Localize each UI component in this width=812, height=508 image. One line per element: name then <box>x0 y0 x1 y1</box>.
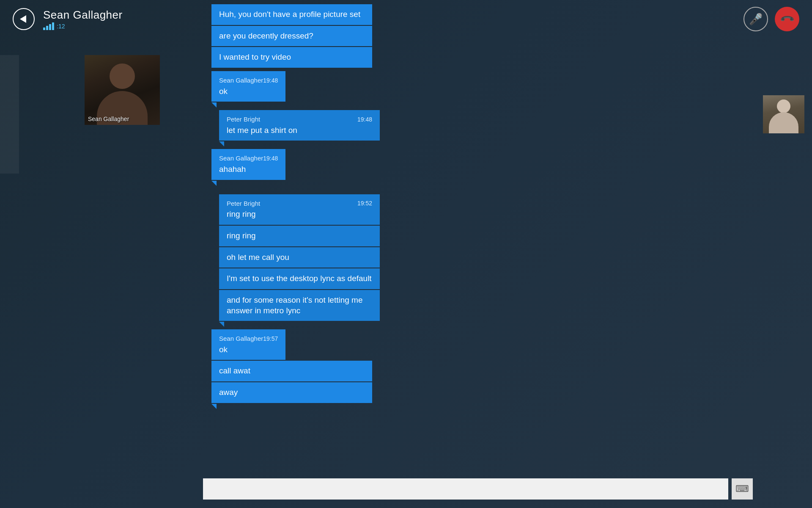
msg-group-sean-1948: Sean Gallagher 19:48 ok <box>211 71 744 108</box>
contact-info: Sean Gallagher :12 <box>43 8 123 30</box>
keyboard-icon: ⌨ <box>735 483 749 494</box>
back-button[interactable] <box>13 8 35 30</box>
list-item: oh let me call you <box>219 247 380 268</box>
local-video-panel: Sean Gallagher <box>85 55 160 125</box>
list-item: Peter Bright 19:48 let me put a shirt on <box>219 110 380 141</box>
message-time: 19:48 <box>263 77 278 84</box>
mute-button[interactable]: 🎤 <box>743 7 768 31</box>
message-connector <box>219 141 224 146</box>
list-item: away <box>211 382 372 403</box>
message-text: ring ring <box>227 231 256 240</box>
message-sender: Peter Bright <box>227 115 260 124</box>
local-video-label: Sean Gallagher <box>88 116 129 122</box>
remote-video-feed <box>763 95 804 133</box>
end-call-button[interactable]: 📞 <box>775 7 799 31</box>
message-connector <box>219 322 224 327</box>
list-item: Sean Gallagher 19:57 ok <box>211 329 285 360</box>
msg-group-peter-1952: Peter Bright 19:52 ring ring ring ring o… <box>211 194 744 327</box>
message-text: ok <box>219 345 278 355</box>
contact-name: Sean Gallagher <box>43 8 123 22</box>
list-item: I wanted to try video <box>211 47 372 68</box>
message-sender: Sean Gallagher <box>219 154 263 163</box>
message-text: ok <box>219 86 278 97</box>
microphone-icon: 🎤 <box>749 13 763 26</box>
message-time: 19:52 <box>357 199 372 207</box>
back-arrow-icon <box>20 15 26 23</box>
message-meta: Sean Gallagher 19:48 <box>219 76 278 85</box>
message-sender: Sean Gallagher <box>219 76 263 85</box>
message-text: ring ring <box>227 209 372 220</box>
keyboard-button[interactable]: ⌨ <box>732 478 753 500</box>
signal-count: :12 <box>57 23 65 30</box>
message-time: 19:48 <box>263 155 278 162</box>
message-sender: Peter Bright <box>227 199 260 208</box>
list-item: Sean Gallagher 19:48 ahahah <box>211 149 285 179</box>
message-connector <box>211 102 217 108</box>
end-call-icon: 📞 <box>779 11 795 27</box>
msg-group-sean-1948b: Sean Gallagher 19:48 ahahah <box>211 149 744 185</box>
spacer <box>211 188 744 194</box>
message-text: I'm set to use the desktop lync as defau… <box>227 274 372 283</box>
left-sidebar-strip <box>0 55 19 174</box>
msg-group-sean-1957: Sean Gallagher 19:57 ok call awat away <box>211 329 744 409</box>
list-item: call awat <box>211 361 372 381</box>
message-time: 19:57 <box>263 335 278 342</box>
message-meta: Sean Gallagher 19:48 <box>219 154 278 163</box>
message-time: 19:48 <box>357 116 372 123</box>
message-text: away <box>219 388 238 397</box>
message-meta: Sean Gallagher 19:57 <box>219 334 278 343</box>
message-connector <box>211 181 217 186</box>
input-area: ⌨ <box>203 478 753 500</box>
message-text: ahahah <box>219 164 278 175</box>
message-connector <box>211 404 217 409</box>
msg-group-peter-1948: Peter Bright 19:48 let me put a shirt on <box>211 110 744 146</box>
message-text: let me put a shirt on <box>227 125 372 136</box>
local-video-feed <box>85 55 160 125</box>
message-text: oh let me call you <box>227 253 289 262</box>
signal-bars-icon <box>43 22 54 30</box>
message-text: I wanted to try video <box>219 52 291 61</box>
remote-video-panel <box>763 95 804 133</box>
signal-row: :12 <box>43 22 123 30</box>
header-right-controls: 🎤 📞 <box>743 7 799 31</box>
message-input[interactable] <box>203 478 728 500</box>
message-sender: Sean Gallagher <box>219 334 263 343</box>
message-meta: Peter Bright 19:52 <box>227 199 372 208</box>
list-item: ring ring <box>219 226 380 246</box>
message-meta: Peter Bright 19:48 <box>227 115 372 124</box>
message-text: call awat <box>219 366 250 375</box>
message-text: and for some reason it's not letting me … <box>227 295 363 315</box>
header: Sean Gallagher :12 🎤 📞 <box>0 0 812 38</box>
list-item: Peter Bright 19:52 ring ring <box>219 194 380 225</box>
list-item: I'm set to use the desktop lync as defau… <box>219 268 380 289</box>
list-item: and for some reason it's not letting me … <box>219 290 380 321</box>
list-item: Sean Gallagher 19:48 ok <box>211 71 285 102</box>
chat-area: Huh, you don't have a profile picture se… <box>203 0 753 470</box>
